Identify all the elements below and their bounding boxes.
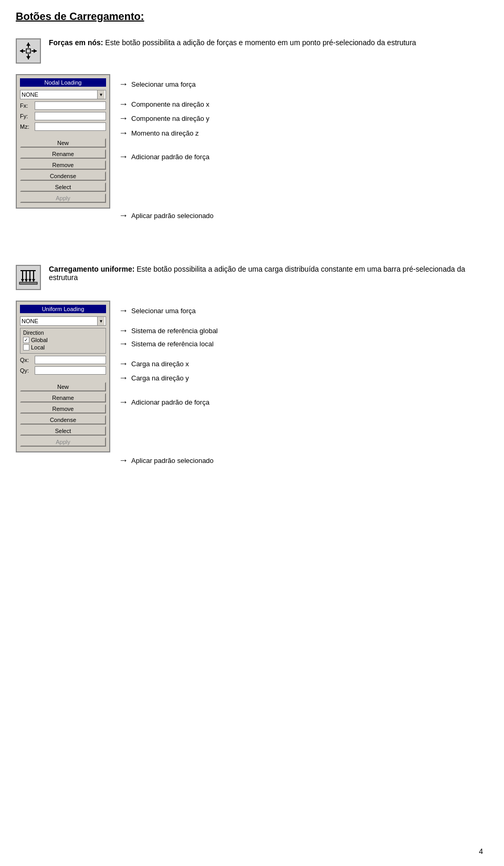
local-checkbox[interactable] — [23, 344, 29, 350]
ann-uniform-6: → Adicionar padrão de força — [119, 397, 218, 408]
nodal-rename-button[interactable]: Rename — [20, 149, 106, 159]
svg-marker-15 — [28, 279, 32, 282]
svg-rect-9 — [19, 282, 37, 284]
fy-label: Fy: — [20, 113, 35, 119]
arrow-icon-u4: → — [119, 359, 128, 368]
nodal-dialog-title: Nodal Loading — [20, 78, 106, 87]
arrow-icon-u6: → — [119, 397, 128, 407]
qx-input[interactable] — [35, 356, 106, 364]
nodal-content: Nodal Loading NONE ▼ Fx: Fy: Mz: — [16, 74, 488, 223]
arrow-icon-5: → — [119, 152, 128, 161]
uniform-remove-button[interactable]: Remove — [20, 404, 106, 414]
ann-text-u4: Carga na direção x — [131, 359, 189, 369]
ann-nodal-4: → Momento na direção z — [119, 128, 214, 139]
ann-uniform-5: → Carga na direção y — [119, 373, 218, 384]
dropdown-arrow-icon[interactable]: ▼ — [97, 90, 104, 99]
ann-text-4: Momento na direção z — [131, 128, 199, 139]
svg-marker-11 — [21, 279, 24, 282]
svg-marker-1 — [20, 49, 23, 53]
uniform-dialog: Uniform Loading NONE ▼ Direction ✓ Globa… — [16, 301, 110, 452]
qx-label: Qx: — [20, 357, 35, 363]
uniform-dialog-title: Uniform Loading — [20, 305, 106, 313]
nodal-select-button[interactable]: Select — [20, 182, 106, 192]
nodal-force-dropdown[interactable]: NONE ▼ — [20, 90, 106, 99]
nodal-forces-icon — [16, 38, 41, 64]
uniform-rename-button[interactable]: Rename — [20, 393, 106, 403]
ann-text-2: Componente na direção x — [131, 99, 209, 110]
svg-marker-7 — [26, 56, 30, 59]
fx-input[interactable] — [35, 101, 106, 110]
ann-text-u1: Selecionar uma força — [131, 306, 196, 316]
direction-group: Direction ✓ Global Local — [20, 328, 106, 354]
svg-rect-8 — [26, 49, 30, 53]
ann-text-3: Componente na direção y — [131, 114, 209, 124]
svg-marker-13 — [25, 279, 28, 282]
nodal-remove-button[interactable]: Remove — [20, 160, 106, 170]
arrow-icon-u3: → — [119, 339, 128, 348]
nodal-annotations: → Selecionar uma força → Componente na d… — [119, 74, 214, 223]
section-header-uniform: Carregamento uniforme: Este botão possib… — [16, 265, 488, 290]
ann-nodal-1: → Selecionar uma força — [119, 79, 214, 90]
arrow-icon-u1: → — [119, 306, 128, 315]
ann-text-6: Aplicar padrão selecionado — [131, 211, 214, 221]
qy-input[interactable] — [35, 366, 106, 375]
ann-text-u5: Carga na direção y — [131, 373, 189, 384]
ann-uniform-1: → Selecionar uma força — [119, 306, 218, 316]
svg-marker-17 — [32, 279, 35, 282]
svg-marker-3 — [34, 49, 37, 53]
mz-label: Mz: — [20, 123, 35, 130]
arrow-icon-u7: → — [119, 456, 128, 465]
ann-text-5: Adicionar padrão de força — [131, 152, 209, 162]
svg-marker-5 — [26, 43, 30, 46]
global-label: Global — [31, 337, 48, 343]
ann-uniform-7: → Aplicar padrão selecionado — [119, 456, 218, 466]
direction-label: Direction — [23, 330, 103, 336]
section-uniform-loading: Carregamento uniforme: Este botão possib… — [16, 265, 488, 468]
ann-text-u6: Adicionar padrão de força — [131, 397, 209, 408]
nodal-dialog: Nodal Loading NONE ▼ Fx: Fy: Mz: — [16, 74, 110, 209]
mz-input[interactable] — [35, 122, 106, 131]
uniform-annotations: → Selecionar uma força → Sistema de refe… — [119, 301, 218, 468]
ann-text-u7: Aplicar padrão selecionado — [131, 456, 214, 466]
nodal-apply-button[interactable]: Apply — [20, 193, 106, 203]
ann-uniform-2: → Sistema de referência global — [119, 326, 218, 336]
nodal-condense-button[interactable]: Condense — [20, 171, 106, 181]
section-header-nodal: Forças em nós: Este botão possibilita a … — [16, 38, 488, 64]
local-checkbox-row: Local — [23, 344, 103, 350]
arrow-icon-2: → — [119, 99, 128, 109]
local-label: Local — [31, 344, 45, 350]
ann-text-1: Selecionar uma força — [131, 79, 196, 90]
ann-uniform-4: → Carga na direção x — [119, 359, 218, 369]
arrow-icon-u5: → — [119, 373, 128, 383]
ann-uniform-3: → Sistema de referência local — [119, 339, 218, 349]
qy-label: Qy: — [20, 367, 35, 374]
fy-input[interactable] — [35, 112, 106, 120]
arrow-icon-u2: → — [119, 326, 128, 335]
ann-text-u2: Sistema de referência global — [131, 326, 218, 336]
page-number: 4 — [479, 847, 483, 855]
ann-nodal-2: → Componente na direção x — [119, 99, 214, 110]
arrow-icon-6: → — [119, 211, 128, 220]
page-title: Botões de Carregamento: — [16, 11, 488, 23]
arrow-icon-1: → — [119, 79, 128, 89]
section-title-nodal: Forças em nós: Este botão possibilita a … — [49, 38, 416, 47]
arrow-icon-4: → — [119, 128, 128, 138]
nodal-new-button[interactable]: New — [20, 138, 106, 148]
uniform-content: Uniform Loading NONE ▼ Direction ✓ Globa… — [16, 301, 488, 468]
ann-nodal-5: → Adicionar padrão de força — [119, 152, 214, 162]
global-checkbox-row: ✓ Global — [23, 337, 103, 343]
uniform-apply-button[interactable]: Apply — [20, 437, 106, 447]
ann-text-u3: Sistema de referência local — [131, 339, 214, 349]
uniform-new-button[interactable]: New — [20, 382, 106, 391]
uniform-select-button[interactable]: Select — [20, 426, 106, 436]
arrow-icon-3: → — [119, 114, 128, 123]
section-nodal-forces: Forças em nós: Este botão possibilita a … — [16, 38, 488, 223]
section-title-uniform: Carregamento uniforme: Este botão possib… — [49, 265, 488, 282]
ann-nodal-6: → Aplicar padrão selecionado — [119, 211, 214, 221]
fx-label: Fx: — [20, 102, 35, 109]
global-checkbox[interactable]: ✓ — [23, 337, 29, 343]
uniform-condense-button[interactable]: Condense — [20, 415, 106, 425]
uniform-force-dropdown[interactable]: NONE ▼ — [20, 316, 106, 326]
uniform-loading-icon — [16, 265, 41, 290]
uniform-dropdown-arrow-icon[interactable]: ▼ — [97, 317, 104, 325]
